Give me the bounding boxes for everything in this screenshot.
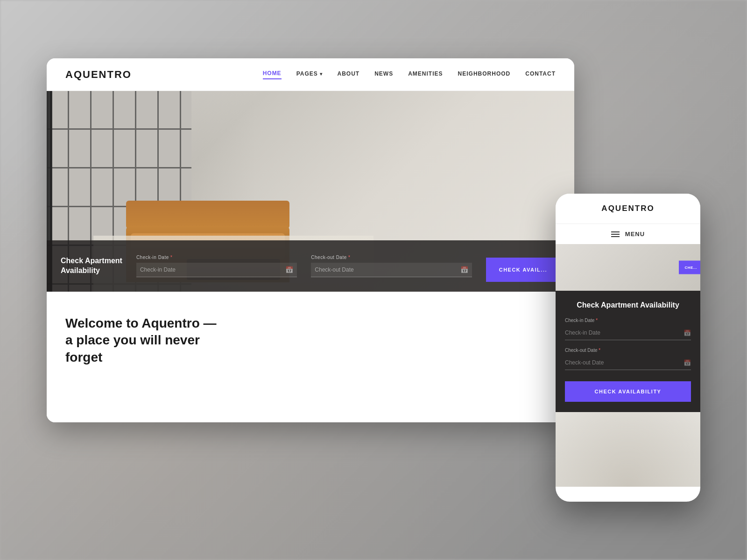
desktop-logo: AQUENTRO	[65, 69, 263, 81]
checkout-calendar-icon: 📅	[460, 266, 468, 273]
mobile-mockup: AQUENTRO MENU CHE... Check Apartment Ava…	[556, 194, 700, 502]
checkout-required: *	[348, 255, 350, 260]
mobile-checkout-placeholder: Check-out Date	[565, 359, 677, 366]
checkin-label: Check-in Date *	[136, 255, 297, 260]
desktop-mockup: AQUENTRO HOME PAGES ABOUT NEWS AMENITIES…	[47, 58, 574, 422]
desktop-hero: Check ApartmentAvailability Check-in Dat…	[47, 91, 574, 292]
checkout-field: Check-out Date * Check-out Date 📅	[311, 255, 472, 277]
mobile-logo: AQUENTRO	[601, 204, 654, 213]
mobile-checkin-calendar-icon: 📅	[684, 329, 691, 336]
mobile-image-bottom	[556, 412, 700, 487]
nav-link-pages[interactable]: PAGES	[296, 70, 323, 79]
desktop-content: Welcome to Aquentro —a place you will ne…	[47, 292, 574, 422]
hamburger-icon	[611, 231, 620, 237]
nav-link-about[interactable]: ABOUT	[338, 70, 360, 79]
nav-link-amenities[interactable]: AMENITIES	[408, 70, 443, 79]
checkout-placeholder: Check-out Date	[315, 266, 458, 273]
checkin-field: Check-in Date * Check-in Date 📅	[136, 255, 297, 277]
hamburger-line-1	[611, 231, 620, 232]
mobile-menu-label: MENU	[625, 231, 645, 238]
desktop-navbar: AQUENTRO HOME PAGES ABOUT NEWS AMENITIES…	[47, 58, 574, 91]
availability-bar: Check ApartmentAvailability Check-in Dat…	[47, 240, 574, 292]
mobile-checkin-required: *	[596, 318, 598, 323]
checkin-input-wrap[interactable]: Check-in Date 📅	[136, 263, 297, 277]
mobile-navbar: AQUENTRO	[556, 194, 700, 224]
nav-link-contact[interactable]: CONTACT	[525, 70, 556, 79]
mobile-checkin-placeholder: Check-in Date	[565, 329, 677, 336]
mobile-checkout-input[interactable]: Check-out Date 📅	[565, 356, 691, 370]
mobile-checkin-field: Check-in Date * Check-in Date 📅	[565, 318, 691, 340]
nav-link-neighborhood[interactable]: NEIGHBORHOOD	[458, 70, 511, 79]
nav-link-news[interactable]: NEWS	[374, 70, 393, 79]
mobile-hero-check-btn: CHE...	[679, 261, 700, 274]
mobile-checkin-input[interactable]: Check-in Date 📅	[565, 326, 691, 340]
mobile-menu-bar[interactable]: MENU	[556, 224, 700, 244]
checkout-label: Check-out Date *	[311, 255, 472, 260]
mobile-hero: CHE...	[556, 244, 700, 291]
mobile-checkout-required: *	[599, 348, 600, 353]
desktop-nav-links: HOME PAGES ABOUT NEWS AMENITIES NEIGHBOR…	[263, 70, 556, 79]
hamburger-line-3	[611, 236, 620, 237]
sofa-back	[126, 201, 289, 229]
mobile-availability-section: Check Apartment Availability Check-in Da…	[556, 291, 700, 412]
desktop-check-availability-button[interactable]: CHECK AVAIL...	[486, 258, 560, 282]
mobile-checkin-label: Check-in Date *	[565, 318, 691, 323]
mobile-checkout-calendar-icon: 📅	[684, 359, 691, 366]
mobile-checkout-label: Check-out Date *	[565, 348, 691, 353]
mobile-checkout-field: Check-out Date * Check-out Date 📅	[565, 348, 691, 370]
checkin-required: *	[170, 255, 172, 260]
welcome-text: Welcome to Aquentro —a place you will ne…	[65, 315, 224, 366]
mobile-avail-title: Check Apartment Availability	[565, 301, 691, 309]
mobile-check-availability-button[interactable]: CHECK AVAILABILITY	[565, 381, 691, 402]
checkout-input-wrap[interactable]: Check-out Date 📅	[311, 263, 472, 277]
checkin-placeholder: Check-in Date	[140, 266, 283, 273]
avail-title: Check ApartmentAvailability	[61, 256, 122, 276]
hamburger-line-2	[611, 234, 620, 235]
scene-container: AQUENTRO HOME PAGES ABOUT NEWS AMENITIES…	[47, 58, 700, 502]
checkin-calendar-icon: 📅	[285, 266, 293, 273]
nav-link-home[interactable]: HOME	[263, 70, 282, 79]
